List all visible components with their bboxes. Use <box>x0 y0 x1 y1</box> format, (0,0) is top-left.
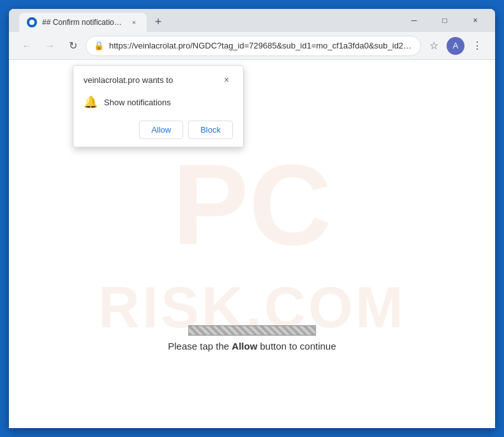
close-button[interactable]: × <box>461 11 490 30</box>
page-center: Please tap the Allow button to continue <box>168 325 336 352</box>
progress-bar <box>188 325 316 336</box>
forward-button[interactable]: → <box>40 36 60 56</box>
permission-label: Show notifications <box>104 98 171 107</box>
new-tab-button[interactable]: + <box>149 13 167 31</box>
menu-button[interactable]: ⋮ <box>467 36 487 56</box>
popup-actions: Allow Block <box>84 121 233 139</box>
address-bar[interactable]: 🔒 https://veinlacrolat.pro/NGDC?tag_id=7… <box>85 36 421 56</box>
lock-icon: 🔒 <box>94 41 104 50</box>
restore-button[interactable]: □ <box>430 11 459 30</box>
block-button[interactable]: Block <box>188 121 233 139</box>
url-text: https://veinlacrolat.pro/NGDC?tag_id=729… <box>109 41 413 50</box>
tap-instruction: Please tap the Allow button to continue <box>168 341 336 352</box>
allow-button[interactable]: Allow <box>139 121 183 139</box>
tap-text-bold: Allow <box>232 341 257 352</box>
tap-text-suffix: button to continue <box>257 341 336 352</box>
back-button[interactable]: ← <box>17 36 37 56</box>
watermark-pc-text: PC <box>172 147 332 262</box>
bell-icon: 🔔 <box>84 95 98 109</box>
popup-permission-row: 🔔 Show notifications <box>84 93 233 112</box>
popup-title: veinlacrolat.pro wants to <box>84 75 173 85</box>
window-controls: ─ □ × <box>399 11 490 30</box>
bookmark-button[interactable]: ☆ <box>424 36 444 56</box>
active-tab[interactable]: ## Confirm notifications ## × <box>19 13 147 32</box>
title-bar: ## Confirm notifications ## × + ─ □ × <box>9 9 495 32</box>
tab-title: ## Confirm notifications ## <box>42 18 124 27</box>
popup-close-button[interactable]: × <box>220 73 233 86</box>
minimize-button[interactable]: ─ <box>399 11 429 30</box>
browser-window: ## Confirm notifications ## × + ─ □ × ← … <box>9 9 495 428</box>
tab-close-button[interactable]: × <box>129 17 139 27</box>
page-content: PC RISK.COM veinlacrolat.pro wants to × … <box>9 60 495 428</box>
tap-text-prefix: Please tap the <box>168 341 232 352</box>
reload-button[interactable]: ↻ <box>63 36 83 56</box>
profile-button[interactable]: A <box>447 37 464 55</box>
notification-popup: veinlacrolat.pro wants to × 🔔 Show notif… <box>73 65 244 147</box>
popup-header: veinlacrolat.pro wants to × <box>84 73 233 86</box>
tab-favicon <box>27 17 37 27</box>
nav-bar: ← → ↻ 🔒 https://veinlacrolat.pro/NGDC?ta… <box>9 32 495 60</box>
tab-bar: ## Confirm notifications ## × + <box>14 9 167 32</box>
